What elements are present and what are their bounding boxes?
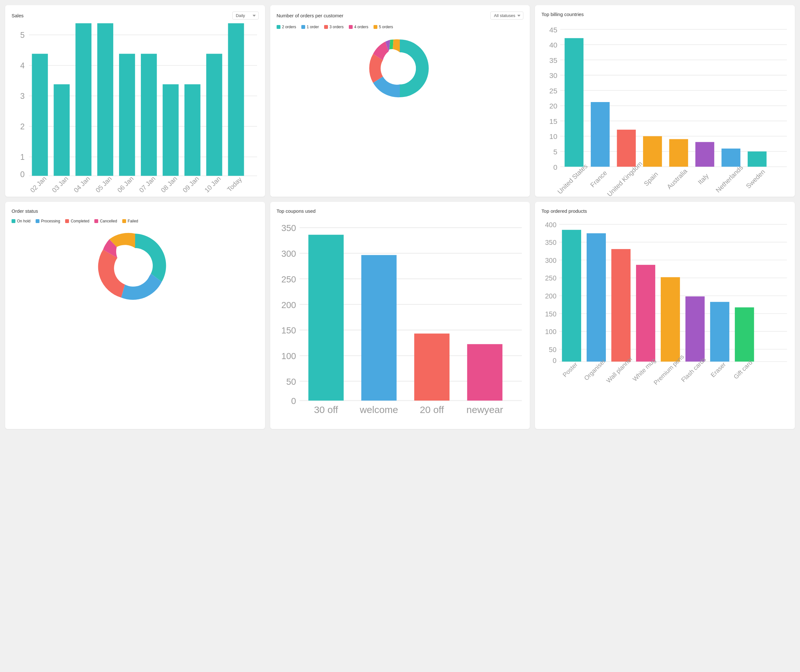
top-products-header: Top ordered products xyxy=(541,208,789,214)
label-03jan: 03 Jan xyxy=(51,175,70,194)
bar-france xyxy=(591,102,610,166)
bar-spain xyxy=(643,136,662,166)
orders-per-customer-title: Number of orders per customer xyxy=(277,13,343,18)
coupon-y-0: 0 xyxy=(291,396,296,406)
top-billing-countries-header: Top billing countries xyxy=(541,11,789,17)
prod-y-0: 0 xyxy=(553,357,557,365)
label-08jan: 08 Jan xyxy=(160,175,178,194)
legend-label-processing: Processing xyxy=(41,219,60,223)
bar-03jan xyxy=(54,85,70,176)
bar-australia xyxy=(669,139,688,166)
top-billing-countries-card: Top billing countries 45 40 35 30 25 20 … xyxy=(535,5,795,197)
label-02jan: 02 Jan xyxy=(29,175,48,194)
prod-y-150: 150 xyxy=(545,310,557,318)
bar-today xyxy=(228,23,244,176)
sales-card-header: Sales Daily Weekly Monthly xyxy=(11,11,259,19)
orders-per-customer-legend: 2 orders 1 order 3 orders 4 orders 5 ord… xyxy=(277,25,524,29)
top-products-card: Top ordered products 400 350 300 250 200… xyxy=(535,202,795,429)
bar-09jan xyxy=(184,85,200,176)
y-30: 30 xyxy=(549,72,557,80)
bar-20off xyxy=(414,333,449,400)
bar-eraser xyxy=(710,302,730,362)
label-giftcard: Gift card xyxy=(732,359,754,380)
top-coupons-title: Top coupons used xyxy=(277,208,316,214)
top-products-chart: 400 350 300 250 200 150 100 50 0 xyxy=(541,219,789,384)
status-donut-inner xyxy=(117,248,153,283)
y-20: 20 xyxy=(549,102,557,110)
y-label-1: 1 xyxy=(20,152,25,162)
sales-title: Sales xyxy=(11,13,24,18)
bar-sweden xyxy=(748,152,766,167)
y-5: 5 xyxy=(554,148,558,156)
coupon-y-50: 50 xyxy=(286,376,296,386)
orders-per-customer-dropdown[interactable]: All statuses Processing Completed xyxy=(490,11,523,19)
order-status-card: Order status On hold Processing Complete… xyxy=(5,202,265,429)
bar-uk xyxy=(617,130,636,166)
legend-dot-2orders xyxy=(277,25,280,29)
bar-07jan xyxy=(141,54,157,176)
legend-1order: 1 order xyxy=(301,25,319,29)
label-eraser: Eraser xyxy=(709,361,727,378)
bar-04jan xyxy=(75,23,91,176)
top-coupons-card: Top coupons used 350 300 250 200 150 100… xyxy=(270,202,530,429)
legend-dot-1order xyxy=(301,25,305,29)
order-status-title: Order status xyxy=(11,208,38,214)
label-sweden: Sweden xyxy=(745,168,766,190)
label-poster: Poster xyxy=(562,361,579,378)
dashboard: Sales Daily Weekly Monthly 5 4 3 2 1 0 xyxy=(5,5,795,429)
coupon-y-200: 200 xyxy=(281,300,296,310)
y-label-3: 3 xyxy=(20,91,25,101)
y-label-2: 2 xyxy=(20,122,25,131)
donut-5orders xyxy=(393,40,400,52)
legend-label-failed: Failed xyxy=(128,219,138,223)
prod-y-350: 350 xyxy=(545,239,557,246)
top-coupons-header: Top coupons used xyxy=(277,208,524,214)
top-products-svg: 400 350 300 250 200 150 100 50 0 xyxy=(541,219,789,384)
order-status-donut xyxy=(11,227,259,304)
label-france: France xyxy=(589,169,608,188)
legend-5orders: 5 orders xyxy=(374,25,393,29)
legend-label-cancelled: Cancelled xyxy=(100,219,117,223)
bar-08jan xyxy=(163,85,179,176)
orders-donut xyxy=(277,33,524,104)
legend-label-3orders: 3 orders xyxy=(330,25,344,29)
donut-inner xyxy=(384,52,416,85)
legend-dot-failed xyxy=(122,219,126,223)
legend-dot-processing xyxy=(36,219,40,223)
label-spain: Spain xyxy=(643,170,659,187)
top-coupons-chart: 350 300 250 200 150 100 50 0 30 off xyxy=(277,219,524,422)
order-status-header: Order status xyxy=(11,208,259,214)
label-20off: 20 off xyxy=(420,404,444,414)
orders-donut-svg xyxy=(365,33,435,104)
bar-10jan xyxy=(206,54,222,176)
legend-3orders: 3 orders xyxy=(324,25,344,29)
prod-y-400: 400 xyxy=(545,221,557,229)
sales-dropdown[interactable]: Daily Weekly Monthly xyxy=(232,11,259,19)
top-billing-countries-svg: 45 40 35 30 25 20 15 10 5 0 xyxy=(541,22,789,189)
bar-giftcard xyxy=(735,307,754,362)
label-06jan: 06 Jan xyxy=(116,175,135,194)
label-netherlands: Netherlands xyxy=(715,164,744,194)
bar-whitemug xyxy=(636,265,655,362)
legend-dot-5orders xyxy=(374,25,378,29)
label-italy: Italy xyxy=(697,172,710,186)
y-label-5: 5 xyxy=(20,30,25,40)
label-04jan: 04 Jan xyxy=(72,175,91,194)
legend-dot-3orders xyxy=(324,25,328,29)
y-10: 10 xyxy=(549,133,557,141)
legend-failed: Failed xyxy=(122,219,138,223)
y-45: 45 xyxy=(549,26,557,34)
bar-netherlands xyxy=(722,149,741,167)
top-products-title: Top ordered products xyxy=(541,208,587,214)
legend-label-1order: 1 order xyxy=(307,25,319,29)
bar-wallplanner xyxy=(611,249,630,362)
label-us: United States xyxy=(556,163,589,195)
sales-chart: 5 4 3 2 1 0 02 Jan 03 Jan xyxy=(11,25,259,186)
coupon-y-250: 250 xyxy=(281,274,296,284)
orders-per-customer-card: Number of orders per customer All status… xyxy=(270,5,530,197)
coupon-y-300: 300 xyxy=(281,249,296,259)
sales-chart-svg: 5 4 3 2 1 0 02 Jan 03 Jan xyxy=(11,25,259,184)
bar-italy xyxy=(695,142,714,167)
top-coupons-svg: 350 300 250 200 150 100 50 0 30 off xyxy=(277,219,524,422)
sales-card: Sales Daily Weekly Monthly 5 4 3 2 1 0 xyxy=(5,5,265,197)
